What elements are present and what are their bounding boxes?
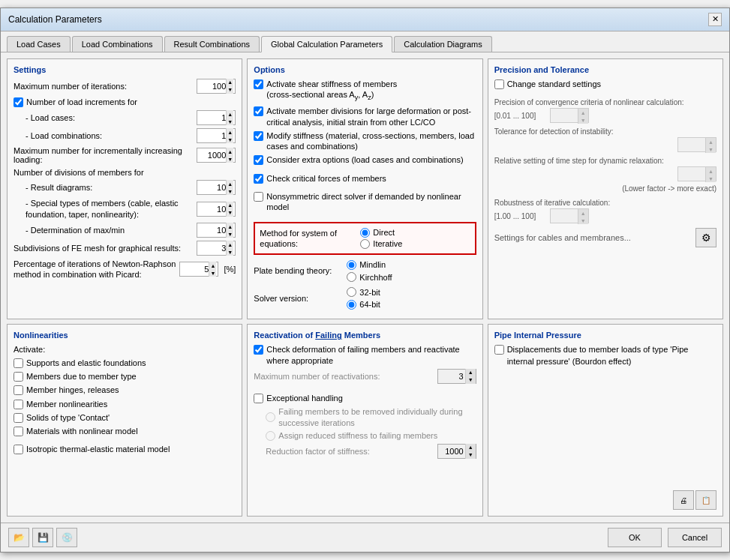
max-reactivations-input[interactable]	[438, 372, 465, 381]
save-button[interactable]: 💾	[32, 528, 53, 547]
pipe-btn-2[interactable]: 📋	[695, 490, 716, 510]
max-reactivations-spinbox[interactable]: ▲ ▼	[437, 369, 476, 384]
convergence-range: [0.01 ... 100]	[494, 112, 547, 120]
result-diagrams-spinbox[interactable]: ▲ ▼	[197, 180, 236, 195]
pipe-btn-1[interactable]: 🖨	[673, 490, 694, 510]
lower-factor-note: (Lower factor -> more exact)	[494, 184, 716, 193]
print-button[interactable]: 💿	[56, 528, 77, 547]
max-iterations-input[interactable]	[199, 82, 226, 91]
subdivisions-input[interactable]	[199, 244, 226, 253]
isotropic-check[interactable]	[14, 445, 23, 454]
load-cases-input[interactable]	[199, 113, 226, 122]
max-incremental-row: Maximum number for incrementally increas…	[14, 146, 236, 164]
solver-64-label: 64-bit	[359, 299, 449, 310]
max-reactivations-down[interactable]: ▼	[465, 376, 476, 384]
tab-result-combinations[interactable]: Result Combinations	[164, 36, 260, 52]
member-divisions-row: Activate member divisions for large defo…	[254, 106, 476, 127]
member-hinges-check[interactable]	[14, 385, 23, 395]
special-types-down[interactable]: ▼	[226, 209, 233, 217]
member-divisions-check[interactable]	[254, 106, 263, 116]
assign-reduced-label: Assign reduced stiffness to failing memb…	[278, 431, 437, 440]
close-button[interactable]: ✕	[708, 13, 722, 26]
assign-reduced-radio[interactable]	[266, 431, 275, 441]
reduction-down[interactable]: ▼	[465, 451, 476, 459]
kirchhoff-radio[interactable]	[347, 272, 356, 282]
cables-label: Settings for cables and membranes...	[494, 233, 631, 242]
ok-button[interactable]: OK	[608, 528, 662, 547]
materials-nonlinear-check[interactable]	[14, 427, 23, 436]
cancel-button[interactable]: Cancel	[668, 528, 722, 547]
special-types-input[interactable]	[199, 205, 226, 214]
percentage-input[interactable]	[182, 265, 209, 274]
change-settings-check[interactable]	[494, 79, 504, 89]
method-iterative-radio[interactable]	[360, 239, 370, 249]
percentage-down[interactable]: ▼	[209, 269, 216, 277]
tab-load-cases[interactable]: Load Cases	[7, 36, 71, 52]
max-incremental-spinbox[interactable]: ▲ ▼	[197, 148, 236, 163]
load-cases-up[interactable]: ▲	[226, 110, 233, 118]
subdivisions-spinbox[interactable]: ▲ ▼	[197, 241, 236, 256]
check-critical-check[interactable]	[254, 174, 263, 184]
reduction-up[interactable]: ▲	[465, 444, 476, 451]
subdivisions-down[interactable]: ▼	[226, 248, 233, 256]
reduction-input[interactable]	[438, 447, 465, 456]
tab-global-params[interactable]: Global Calculation Parameters	[261, 36, 392, 52]
nonsymmetric-check[interactable]	[254, 192, 263, 202]
percentage-up[interactable]: ▲	[209, 262, 216, 269]
members-type-check[interactable]	[14, 372, 23, 382]
reduction-spinbox[interactable]: ▲ ▼	[437, 444, 476, 459]
determination-spinbox[interactable]: ▲ ▼	[197, 223, 236, 238]
shear-stiffness-check[interactable]	[254, 79, 263, 89]
method-direct-radio[interactable]	[360, 228, 370, 238]
open-button[interactable]: 📂	[8, 528, 29, 547]
consider-extra-check[interactable]	[254, 155, 263, 165]
tab-calc-diagrams[interactable]: Calculation Diagrams	[394, 36, 492, 52]
exceptional-check[interactable]	[254, 394, 263, 403]
result-diagrams-input[interactable]	[199, 183, 226, 192]
cables-settings-button[interactable]: ⚙	[695, 228, 716, 247]
result-diagrams-down[interactable]: ▼	[226, 187, 233, 195]
mindlin-radio[interactable]	[347, 260, 356, 270]
num-load-increments-check[interactable]	[14, 97, 23, 107]
load-combinations-input[interactable]	[199, 131, 226, 140]
check-critical-row: Check critical forces of members	[254, 173, 476, 184]
max-incremental-input[interactable]	[199, 151, 226, 160]
check-deform-check[interactable]	[254, 345, 263, 355]
load-cases-down[interactable]: ▼	[226, 118, 233, 125]
load-combinations-up[interactable]: ▲	[226, 128, 233, 136]
percentage-spinbox[interactable]: ▲ ▼	[179, 262, 218, 277]
member-nonlinear-check[interactable]	[14, 400, 23, 409]
reactivation-title-underline: Failing	[315, 331, 341, 340]
robustness-down: ▼	[578, 217, 588, 224]
special-types-spinbox[interactable]: ▲ ▼	[197, 202, 236, 217]
supports-check[interactable]	[14, 358, 23, 368]
modify-stiffness-check[interactable]	[254, 131, 263, 141]
tab-load-combinations[interactable]: Load Combinations	[72, 36, 163, 52]
load-cases-row: - Load cases: ▲ ▼	[26, 110, 236, 125]
load-cases-spinbox[interactable]: ▲ ▼	[197, 110, 236, 125]
special-types-up[interactable]: ▲	[226, 202, 233, 209]
solver-32-radio[interactable]	[347, 287, 356, 297]
max-reactivations-up[interactable]: ▲	[465, 369, 476, 376]
load-combinations-down[interactable]: ▼	[226, 136, 233, 143]
max-iterations-spinbox[interactable]: ▲ ▼	[197, 79, 236, 94]
load-combinations-spinbox[interactable]: ▲ ▼	[197, 128, 236, 143]
max-incremental-up[interactable]: ▲	[226, 148, 233, 155]
max-iterations-down[interactable]: ▼	[226, 86, 233, 94]
subdivisions-up[interactable]: ▲	[226, 241, 233, 248]
result-diagrams-up[interactable]: ▲	[226, 180, 233, 187]
determination-up[interactable]: ▲	[226, 223, 233, 230]
solver-64-radio[interactable]	[347, 300, 356, 310]
convergence-row: Precision of convergence criteria of non…	[494, 98, 716, 123]
max-incremental-down[interactable]: ▼	[226, 155, 233, 163]
max-reactivations-row: Maximum number of reactivations: ▲ ▼	[254, 369, 476, 384]
determination-input[interactable]	[199, 226, 226, 235]
nonsymmetric-row: Nonsymmetric direct solver if demanded b…	[254, 191, 476, 213]
kirchhoff-label: Kirchhoff	[359, 272, 449, 283]
max-iterations-up[interactable]: ▲	[226, 79, 233, 86]
solids-contact-check[interactable]	[14, 413, 23, 423]
failing-remove-radio[interactable]	[266, 412, 275, 422]
displacements-check[interactable]	[494, 345, 504, 355]
settings-panel: Settings Maximum number of iterations: ▲…	[7, 58, 242, 320]
determination-down[interactable]: ▼	[226, 230, 233, 238]
